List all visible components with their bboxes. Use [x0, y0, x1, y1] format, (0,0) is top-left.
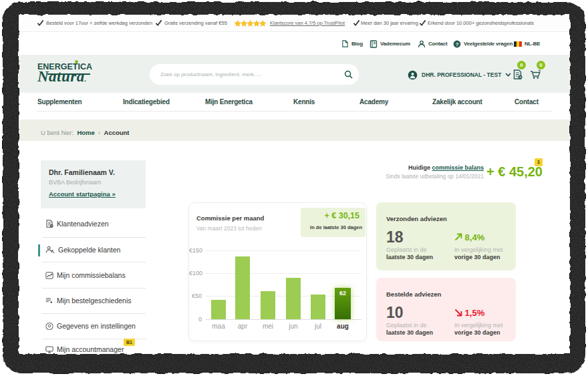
svg-text:?: ? [456, 41, 459, 47]
